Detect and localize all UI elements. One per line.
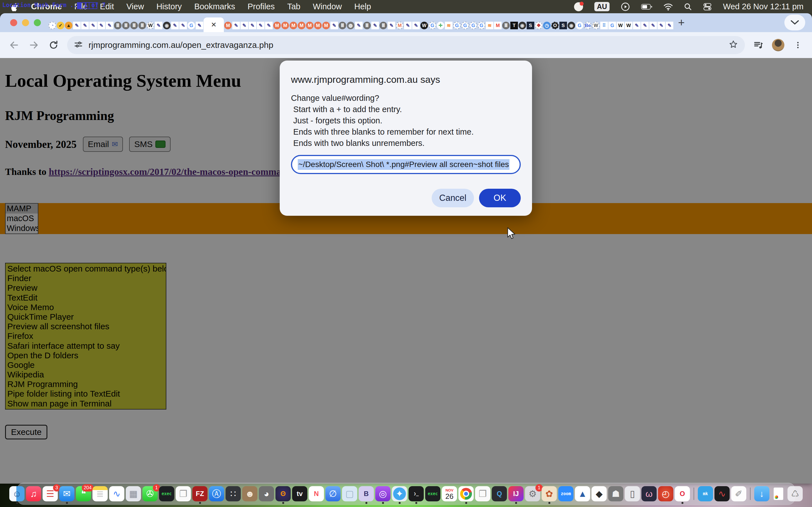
dock-music-icon[interactable]: ♫ bbox=[26, 486, 41, 501]
browser-tab[interactable]: G bbox=[469, 18, 477, 32]
dock-firefox-icon[interactable]: ʘ bbox=[275, 486, 291, 501]
dock-safari-icon[interactable]: ✦ bbox=[392, 486, 407, 501]
dock-intellij-idea-icon[interactable]: IJ bbox=[508, 486, 523, 501]
browser-tab[interactable]: ✎ bbox=[649, 18, 657, 32]
browser-tab[interactable]: ◷ bbox=[543, 18, 551, 32]
browser-tab[interactable]: ✎ bbox=[195, 18, 204, 32]
dock-quicktime-icon[interactable]: Q bbox=[492, 486, 507, 501]
browser-tab[interactable]: W bbox=[624, 18, 633, 32]
dock-facetime-icon[interactable]: ✇1 bbox=[142, 486, 158, 501]
bookmark-star-icon[interactable] bbox=[728, 40, 738, 50]
browser-tab[interactable]: ✎ bbox=[404, 18, 412, 32]
dock-inkscape-icon[interactable]: ◆ bbox=[592, 486, 607, 501]
wifi-icon[interactable] bbox=[664, 3, 673, 10]
zoom-window-button[interactable] bbox=[34, 19, 41, 26]
dock-iphone-mirroring-icon[interactable]: ▯ bbox=[625, 486, 640, 501]
dock-calendar-icon[interactable]: NOV26 bbox=[442, 486, 457, 501]
prompt-input[interactable]: ~/Desktop/Screen\ Shot\ *.png#Preview al… bbox=[291, 155, 521, 174]
media-controls-icon[interactable] bbox=[752, 39, 765, 51]
browser-tab[interactable]: ✎ bbox=[105, 18, 114, 32]
reload-button[interactable] bbox=[47, 39, 60, 51]
dock-podcasts-icon[interactable]: ◎ bbox=[375, 486, 391, 501]
battery-icon[interactable] bbox=[641, 4, 652, 10]
browser-tab[interactable]: M bbox=[297, 18, 306, 32]
browser-tab[interactable]: G bbox=[608, 18, 616, 32]
browser-tab[interactable]: G bbox=[453, 18, 461, 32]
browser-tab[interactable]: G bbox=[477, 18, 486, 32]
browser-tab[interactable]: Ⅲ bbox=[114, 18, 122, 32]
browser-tab[interactable]: ◉ bbox=[567, 18, 575, 32]
browser-tab[interactable]: Be bbox=[583, 18, 592, 32]
active-tab[interactable]: ✕ bbox=[204, 17, 224, 32]
control-center-icon[interactable] bbox=[703, 3, 712, 11]
dock-libreoffice-writer-icon[interactable]: ❐ bbox=[175, 486, 191, 501]
dock-cat-app-icon[interactable]: ω bbox=[642, 486, 657, 501]
menu-item-history[interactable]: History bbox=[156, 2, 182, 11]
dock-speedtest-icon[interactable]: ◴ bbox=[658, 486, 673, 501]
minimize-window-button[interactable] bbox=[22, 19, 29, 26]
address-bar[interactable]: rjmprogramming.com.au/open_extravaganza.… bbox=[67, 36, 745, 54]
dock-exec-terminal-icon[interactable]: exec bbox=[159, 486, 174, 501]
close-window-button[interactable] bbox=[10, 19, 17, 26]
dock-messages-icon[interactable]: ❝204 bbox=[76, 486, 91, 501]
menu-item-bookmarks[interactable]: Bookmarks bbox=[194, 2, 235, 11]
browser-tab[interactable]: ✎ bbox=[257, 18, 265, 32]
input-source-badge[interactable]: AU bbox=[594, 2, 610, 11]
tab-search-chevron-button[interactable] bbox=[784, 15, 805, 31]
dock-chrome-mini-file-icon[interactable] bbox=[771, 486, 786, 501]
new-tab-button[interactable]: + bbox=[678, 17, 684, 28]
browser-tab[interactable]: M bbox=[396, 18, 404, 32]
browser-tab[interactable]: Ⅲ bbox=[130, 18, 138, 32]
browser-tab[interactable]: Ⅲ bbox=[502, 18, 510, 32]
menu-bar-clock[interactable]: Wed 26 Nov 12:11 pm bbox=[723, 2, 804, 11]
browser-tab[interactable]: ≋ bbox=[445, 18, 453, 32]
browser-tab[interactable]: ✎ bbox=[89, 18, 97, 32]
browser-tab[interactable]: W bbox=[420, 18, 428, 32]
browser-tab[interactable]: Ⅲ bbox=[138, 18, 146, 32]
dock-notes-icon[interactable]: ≣ bbox=[93, 486, 108, 501]
dock-reminders-icon[interactable]: ☰3 bbox=[43, 486, 58, 501]
browser-tab[interactable]: ✎ bbox=[330, 18, 338, 32]
dock-mail-icon[interactable]: ✉ bbox=[59, 486, 74, 501]
browser-tab[interactable]: T bbox=[510, 18, 518, 32]
dock-contacts-icon[interactable]: ☻ bbox=[242, 486, 257, 501]
dock-chrome-icon[interactable] bbox=[458, 486, 474, 501]
dock-photo-utility-icon[interactable]: ▢ bbox=[342, 486, 357, 501]
browser-tab[interactable]: ✎ bbox=[248, 18, 257, 32]
dock-trash-icon[interactable]: ♺ bbox=[788, 486, 803, 501]
dock-elephant-app-icon[interactable]: ☗ bbox=[608, 486, 623, 501]
dock-libreoffice-icon[interactable]: ❐ bbox=[475, 486, 490, 501]
back-button[interactable] bbox=[8, 39, 20, 51]
browser-tab[interactable]: ✓ bbox=[56, 18, 64, 32]
now-playing-icon[interactable] bbox=[621, 2, 630, 11]
dock-opera-icon[interactable]: O bbox=[675, 486, 690, 501]
browser-menu-kebab-icon[interactable] bbox=[792, 39, 804, 51]
browser-tab[interactable]: Ⅲ bbox=[338, 18, 347, 32]
browser-tab[interactable]: ✎ bbox=[371, 18, 379, 32]
dock-calculator-icon[interactable]: ∷ bbox=[225, 486, 241, 501]
browser-tab[interactable]: G bbox=[187, 18, 195, 32]
browser-tab[interactable]: ✎ bbox=[641, 18, 649, 32]
browser-tab[interactable]: M bbox=[281, 18, 289, 32]
browser-tab[interactable]: S bbox=[526, 18, 535, 32]
browser-tab[interactable]: ▲ bbox=[64, 18, 73, 32]
dock-apple-tv-icon[interactable]: tv bbox=[292, 486, 307, 501]
browser-tab[interactable]: ✎ bbox=[265, 18, 273, 32]
browser-tab[interactable]: W bbox=[592, 18, 600, 32]
browser-tab[interactable]: ✛ bbox=[437, 18, 445, 32]
browser-tab[interactable]: M bbox=[494, 18, 502, 32]
dock-bbedit-icon[interactable]: B bbox=[359, 486, 374, 501]
browser-tab[interactable]: ✎ bbox=[657, 18, 665, 32]
dock-freeform-icon[interactable]: ∿ bbox=[109, 486, 124, 501]
browser-tab[interactable]: ◍ bbox=[347, 18, 355, 32]
site-info-icon[interactable] bbox=[74, 40, 83, 50]
browser-tab[interactable]: ✎ bbox=[388, 18, 396, 32]
browser-tab[interactable]: Ⅲ bbox=[122, 18, 130, 32]
browser-tab[interactable]: ✎ bbox=[171, 18, 179, 32]
browser-tab[interactable]: M bbox=[224, 18, 232, 32]
browser-tab[interactable]: M bbox=[314, 18, 322, 32]
browser-tab[interactable]: O bbox=[551, 18, 559, 32]
browser-tab[interactable]: ✎ bbox=[355, 18, 363, 32]
browser-tab[interactable]: M bbox=[289, 18, 297, 32]
menu-item-help[interactable]: Help bbox=[354, 2, 371, 11]
